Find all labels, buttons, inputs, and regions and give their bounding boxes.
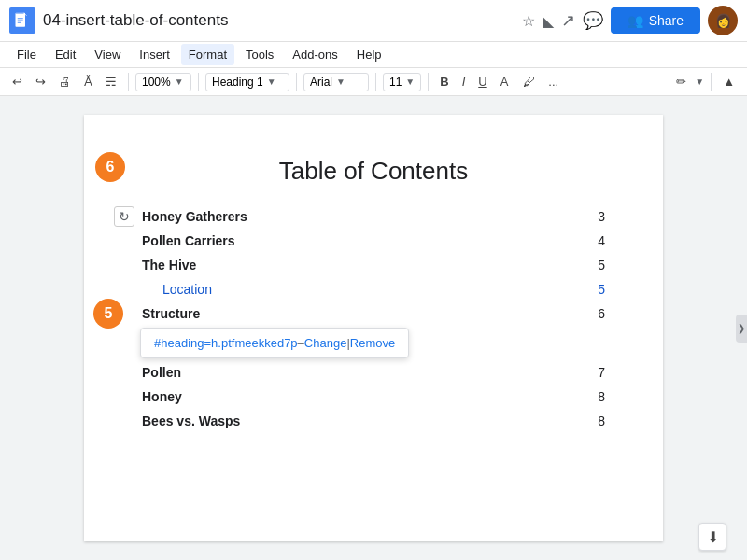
toc-page-3: 5 xyxy=(564,277,607,301)
toc-row-6: Honey 8 xyxy=(140,385,607,409)
toc-item-label-1: Pollen Carriers xyxy=(142,233,235,248)
svg-rect-1 xyxy=(16,13,26,27)
toc-item-label-0: Honey Gatherers xyxy=(142,209,247,224)
tooltip-row: #heading=h.ptfmeekked7p – Change | Remov… xyxy=(140,326,607,360)
step-5-label: 5 xyxy=(105,305,113,322)
text-color-button[interactable]: A xyxy=(496,72,515,91)
toc-row-4: 5 Structure 6 xyxy=(140,301,607,326)
toc-item-label-5: Pollen xyxy=(142,365,181,380)
bottom-right-button[interactable]: ⬇ xyxy=(698,523,726,551)
style-arrow: ▼ xyxy=(267,77,276,87)
separator-4 xyxy=(375,73,376,91)
spellcheck-button[interactable]: Ǎ xyxy=(79,72,97,91)
menu-file[interactable]: File xyxy=(9,44,44,65)
step-6-badge: 6 xyxy=(95,152,125,182)
pen-tool-arrow: ▼ xyxy=(695,77,704,87)
toc-page-1: 4 xyxy=(564,229,607,253)
menu-view[interactable]: View xyxy=(87,44,128,65)
paint-format-button[interactable]: ☴ xyxy=(101,72,121,91)
menu-tools[interactable]: Tools xyxy=(238,44,281,65)
toc-row-3: Location 5 xyxy=(140,277,607,301)
toc-label-5: Pollen xyxy=(140,360,564,385)
toc-row-5: Pollen 7 xyxy=(140,360,607,385)
more-button[interactable]: ... xyxy=(543,72,563,91)
print-button[interactable]: 🖨 xyxy=(54,72,76,91)
toolbar: ↩ ↪ 🖨 Ǎ ☴ 100% ▼ Heading 1 ▼ Arial ▼ 11… xyxy=(0,68,747,96)
tooltip-remove[interactable]: Remove xyxy=(350,336,395,350)
step-5-badge: 5 xyxy=(93,299,123,329)
separator-3 xyxy=(296,73,297,91)
folder-icon[interactable]: ◣ xyxy=(543,12,554,30)
size-arrow: ▼ xyxy=(405,77,415,87)
menu-edit[interactable]: Edit xyxy=(48,44,83,65)
redo-button[interactable]: ↪ xyxy=(31,72,50,91)
toc-item-label-3: Location xyxy=(162,282,212,297)
share-label: Share xyxy=(649,13,684,28)
zoom-value: 100% xyxy=(142,76,171,89)
style-value: Heading 1 xyxy=(212,76,263,89)
toc-row-0: ↻ Honey Gatherers 3 xyxy=(140,204,607,229)
share-button[interactable]: 👥 Share xyxy=(611,7,700,34)
highlight-button[interactable]: 🖊 xyxy=(518,72,540,91)
toc-label-3: Location xyxy=(140,277,564,301)
toc-label-7: Bees vs. Wasps xyxy=(140,409,564,433)
zoom-dropdown[interactable]: 100% ▼ xyxy=(135,73,191,91)
menu-format[interactable]: Format xyxy=(181,44,234,65)
avatar: 👩 xyxy=(708,6,738,35)
toc-page-7: 8 xyxy=(564,409,607,433)
star-icon[interactable]: ☆ xyxy=(522,12,535,30)
undo-button[interactable]: ↩ xyxy=(7,72,27,91)
collapse-toolbar-button[interactable]: ▲ xyxy=(718,72,740,91)
toc-label-0: ↻ Honey Gatherers xyxy=(140,204,564,229)
underline-button[interactable]: U xyxy=(473,72,491,91)
menu-bar: File Edit View Insert Format Tools Add-o… xyxy=(0,42,747,68)
separator-1 xyxy=(128,73,129,91)
doc-area: 6 Table of Contents ↻ Honey Gatherers 3 … xyxy=(0,96,747,560)
menu-insert[interactable]: Insert xyxy=(132,44,177,65)
toc-row-7: Bees vs. Wasps 8 xyxy=(140,409,607,433)
toc-table: ↻ Honey Gatherers 3 Pollen Carriers 4 Th… xyxy=(140,204,607,433)
toc-item-label-6: Honey xyxy=(142,389,182,404)
share-icon: 👥 xyxy=(627,13,643,28)
page-title: Table of Contents xyxy=(140,157,607,186)
svg-rect-2 xyxy=(16,13,24,14)
toc-label-6: Honey xyxy=(140,385,564,409)
toc-page-4: 6 xyxy=(564,301,607,326)
tooltip-change[interactable]: Change xyxy=(304,336,347,350)
toc-item-label-4: Structure xyxy=(142,306,200,321)
tooltip-popup: #heading=h.ptfmeekked7p – Change | Remov… xyxy=(140,328,409,358)
toc-label-2: The Hive xyxy=(140,253,564,277)
tooltip-sep: – xyxy=(298,336,304,350)
toc-page-0: 3 xyxy=(564,204,607,229)
pen-tool-button[interactable]: ✏ xyxy=(671,72,691,91)
toc-page-6: 8 xyxy=(564,385,607,409)
zoom-arrow: ▼ xyxy=(175,77,184,87)
tooltip-hash: #heading=h.ptfmeekked7p xyxy=(154,336,298,350)
separator-5 xyxy=(428,73,429,91)
doc-icon xyxy=(9,7,35,34)
menu-help[interactable]: Help xyxy=(349,44,389,65)
toc-label-4: 5 Structure xyxy=(140,301,564,326)
toc-label-1: Pollen Carriers xyxy=(140,229,564,253)
document-title: 04-insert-table-of-contents xyxy=(43,11,514,30)
italic-button[interactable]: I xyxy=(458,72,471,91)
toc-row-1: Pollen Carriers 4 xyxy=(140,229,607,253)
font-value: Arial xyxy=(310,76,332,89)
separator-2 xyxy=(198,73,199,91)
refresh-icon[interactable]: ↻ xyxy=(114,206,134,227)
toc-item-label-2: The Hive xyxy=(142,258,196,273)
size-dropdown[interactable]: 11 ▼ xyxy=(383,73,421,91)
font-dropdown[interactable]: Arial ▼ xyxy=(303,73,369,91)
toc-item-label-7: Bees vs. Wasps xyxy=(142,413,240,428)
separator-6 xyxy=(711,73,712,91)
bold-button[interactable]: B xyxy=(435,72,453,91)
document-page: 6 Table of Contents ↻ Honey Gatherers 3 … xyxy=(84,115,663,541)
title-icons: ☆ ◣ ↗ 💬 xyxy=(522,10,603,31)
expand-handle[interactable]: ❯ xyxy=(736,315,747,343)
trending-icon[interactable]: ↗ xyxy=(561,10,575,31)
tooltip-cell: #heading=h.ptfmeekked7p – Change | Remov… xyxy=(140,326,607,360)
style-dropdown[interactable]: Heading 1 ▼ xyxy=(205,73,289,91)
menu-addons[interactable]: Add-ons xyxy=(285,44,345,65)
toc-page-5: 7 xyxy=(564,360,607,385)
comment-icon[interactable]: 💬 xyxy=(583,10,603,31)
